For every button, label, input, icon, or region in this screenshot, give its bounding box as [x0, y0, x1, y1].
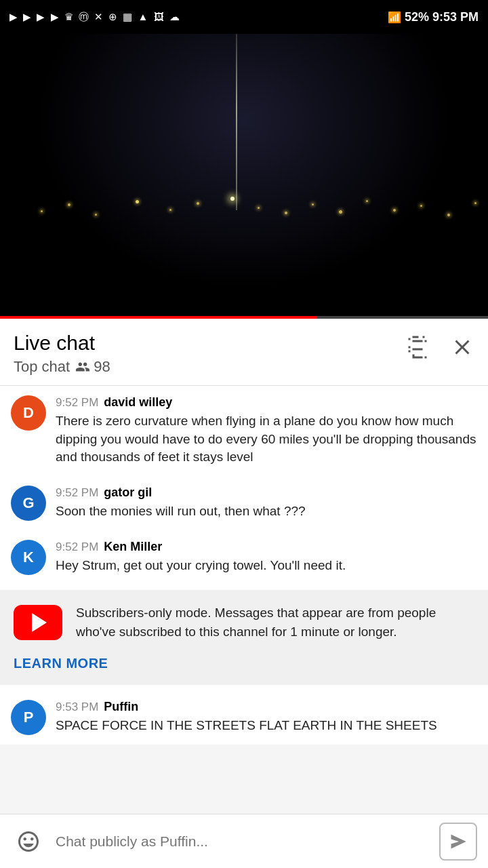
status-right: 📶 52% 9:53 PM [388, 10, 479, 24]
video-progress-bar[interactable] [0, 316, 488, 319]
message-body: 9:52 PM gator gil Soon the monies will r… [56, 486, 477, 521]
time-display: 9:53 PM [432, 10, 479, 24]
top-chat-label[interactable]: Top chat [14, 358, 70, 376]
chat-header-actions [405, 335, 474, 361]
viewer-number: 98 [94, 358, 110, 376]
chat-input-field[interactable] [56, 833, 430, 850]
viewers-icon [75, 359, 90, 374]
avatar: P [11, 700, 46, 735]
emoji-button[interactable] [11, 824, 46, 859]
message-time: 9:52 PM [56, 540, 98, 554]
message-meta: 9:52 PM gator gil [56, 486, 477, 500]
play-icon [32, 613, 47, 632]
chat-subheader: Top chat 98 [14, 358, 110, 376]
chat-messages-container: d 9:52 PM david willey There is zero cur… [0, 386, 488, 745]
youtube-logo [14, 605, 62, 640]
notification-icons: ▶ ▶ ▶ ▶ ♛ ⓜ ✕ ⊕ ▦ ▲ 🖼 ☁ [9, 11, 181, 24]
video-progress-fill [0, 316, 317, 319]
message-text: SPACE FORCE IN THE STREETS FLAT EARTH IN… [56, 718, 437, 732]
message-body: 9:52 PM david willey There is zero curva… [56, 395, 477, 467]
message-author: Ken Miller [104, 540, 162, 554]
send-icon [449, 832, 468, 851]
emoji-icon [16, 829, 41, 854]
close-button[interactable] [450, 335, 474, 361]
message-time: 9:52 PM [56, 396, 98, 410]
chat-message: K 9:52 PM Ken Miller Hey Strum, get out … [0, 530, 488, 585]
subs-notice-top: Subscribers-only mode. Messages that app… [14, 604, 474, 642]
subscribers-only-notice: Subscribers-only mode. Messages that app… [0, 590, 488, 685]
live-chat-title: Live chat [14, 331, 110, 355]
message-author: gator gil [104, 486, 152, 500]
message-meta: 9:52 PM Ken Miller [56, 540, 477, 554]
battery-percent: 52% [405, 10, 429, 24]
message-time: 9:52 PM [56, 486, 98, 500]
wifi-icon: 📶 [388, 11, 401, 24]
viewer-count: 98 [75, 358, 110, 376]
message-body: 9:53 PM Puffin SPACE FORCE IN THE STREET… [56, 700, 477, 735]
status-bar: ▶ ▶ ▶ ▶ ♛ ⓜ ✕ ⊕ ▦ ▲ 🖼 ☁ 📶 52% 9:53 PM [0, 0, 488, 34]
message-time: 9:53 PM [56, 701, 98, 714]
avatar: g [11, 486, 46, 521]
message-text: Soon the monies will run out, then what … [56, 504, 306, 518]
chat-message: P 9:53 PM Puffin SPACE FORCE IN THE STRE… [0, 690, 488, 745]
video-player[interactable] [0, 34, 488, 319]
message-meta: 9:52 PM david willey [56, 395, 477, 410]
filter-button[interactable] [405, 335, 430, 361]
message-text: Hey Strum, get out your crying towel. Yo… [56, 558, 346, 572]
video-frame [0, 34, 488, 319]
message-meta: 9:53 PM Puffin [56, 700, 477, 714]
message-text: There is zero curvature when flying in a… [56, 414, 476, 464]
chat-header: Live chat Top chat 98 [0, 319, 488, 386]
chat-message: g 9:52 PM gator gil Soon the monies will… [0, 476, 488, 530]
city-lights [0, 197, 488, 251]
avatar: d [11, 395, 46, 431]
learn-more-button[interactable]: LEARN MORE [14, 656, 474, 671]
message-body: 9:52 PM Ken Miller Hey Strum, get out yo… [56, 540, 477, 575]
chat-input-bar [0, 814, 488, 868]
subs-notice-text: Subscribers-only mode. Messages that app… [76, 604, 474, 642]
status-icons: ▶ ▶ ▶ ▶ ♛ ⓜ ✕ ⊕ ▦ ▲ 🖼 ☁ [9, 11, 181, 24]
message-author: Puffin [104, 700, 138, 714]
avatar: K [11, 540, 46, 575]
chat-message: d 9:52 PM david willey There is zero cur… [0, 386, 488, 476]
chat-header-info: Live chat Top chat 98 [14, 331, 110, 376]
message-author: david willey [104, 395, 172, 410]
send-button[interactable] [439, 823, 477, 861]
